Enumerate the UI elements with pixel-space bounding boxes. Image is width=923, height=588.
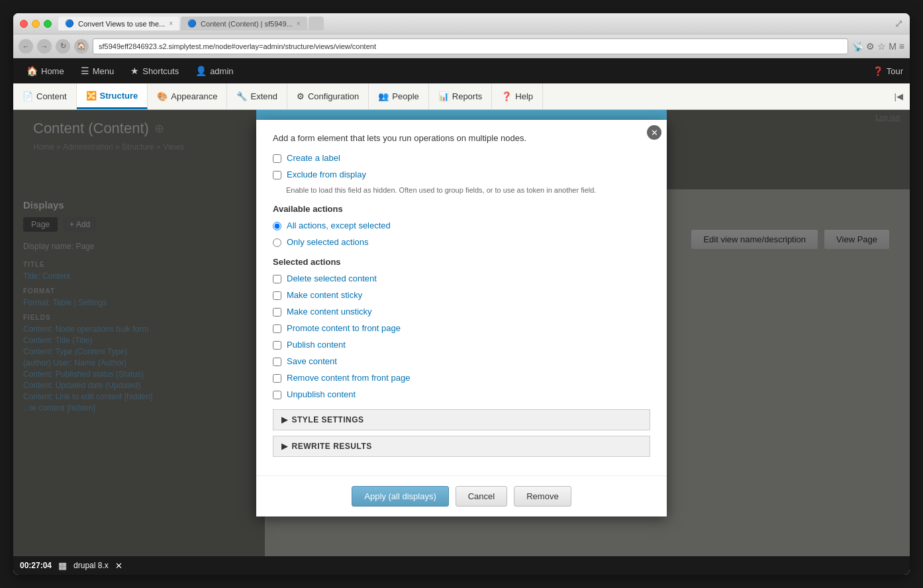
browser-tab-1[interactable]: 🔵 Convert Views to use the... × xyxy=(58,17,179,30)
nav-help-label: Help xyxy=(515,91,533,101)
menu-icon: ☰ xyxy=(81,66,89,76)
admin-user-item[interactable]: 👤 admin xyxy=(189,62,240,79)
admin-home-item[interactable]: 🏠 Home xyxy=(20,62,71,79)
create-label-checkbox[interactable] xyxy=(273,154,281,163)
admin-shortcuts-item[interactable]: ★ Shortcuts xyxy=(124,62,185,79)
exclude-display-checkbox[interactable] xyxy=(273,171,281,179)
publish-row: Publish content xyxy=(273,340,650,350)
modal-footer: Apply (all displays) Cancel Remove xyxy=(256,475,667,516)
star-icon: ★ xyxy=(130,66,139,76)
browser-tab-2[interactable]: 🔵 Content (Content) | sf5949... × xyxy=(181,17,307,30)
only-selected-label[interactable]: Only selected actions xyxy=(287,237,369,247)
available-actions-title: Available actions xyxy=(273,204,650,214)
nav-configuration[interactable]: ⚙ Configuration xyxy=(287,83,369,109)
save-content-label[interactable]: Save content xyxy=(287,356,337,366)
nav-extend-label: Extend xyxy=(250,91,277,101)
tab-close-1[interactable]: × xyxy=(169,20,173,27)
promote-content-checkbox[interactable] xyxy=(273,324,281,333)
star-icon[interactable]: ☆ xyxy=(877,41,886,52)
modal-overlay: ✕ Add a form element that lets you run o… xyxy=(13,110,910,556)
style-settings-header[interactable]: ▶ STYLE SETTINGS xyxy=(273,410,650,430)
status-close-icon[interactable]: ✕ xyxy=(115,561,122,571)
status-bar: 00:27:04 ▦ drupal 8.x ✕ xyxy=(13,556,910,575)
tab-label-2: Content (Content) | sf5949... xyxy=(201,20,293,28)
delete-content-checkbox[interactable] xyxy=(273,275,281,283)
make-sticky-label[interactable]: Make content sticky xyxy=(287,290,362,300)
modal-close-button[interactable]: ✕ xyxy=(647,125,661,140)
rss-icon[interactable]: 📡 xyxy=(852,41,863,52)
nav-appearance[interactable]: 🎨 Appearance xyxy=(148,83,227,109)
minimize-window-btn[interactable] xyxy=(32,20,40,28)
rewrite-results-header[interactable]: ▶ REWRITE RESULTS xyxy=(273,436,650,456)
promote-row: Promote content to front page xyxy=(273,323,650,333)
home-button[interactable]: 🏠 xyxy=(74,39,89,54)
close-window-btn[interactable] xyxy=(20,20,28,28)
make-unsticky-checkbox[interactable] xyxy=(273,308,281,317)
sticky-row: Make content sticky xyxy=(273,290,650,300)
make-unsticky-label[interactable]: Make content unsticky xyxy=(287,307,372,317)
modal-dialog: ✕ Add a form element that lets you run o… xyxy=(256,120,667,516)
create-label-label[interactable]: Create a label xyxy=(287,153,340,163)
back-button[interactable]: ← xyxy=(19,39,33,54)
home-icon: 🏠 xyxy=(26,66,38,76)
gmail-icon[interactable]: M xyxy=(889,41,897,52)
unpublish-content-label[interactable]: Unpublish content xyxy=(287,389,356,399)
unpublish-content-checkbox[interactable] xyxy=(273,391,281,399)
apply-button[interactable]: Apply (all displays) xyxy=(352,486,448,507)
config-nav-icon: ⚙ xyxy=(297,91,305,101)
save-row: Save content xyxy=(273,356,650,366)
extend-nav-icon: 🔧 xyxy=(236,91,247,101)
exclude-display-help: Enable to load this field as hidden. Oft… xyxy=(286,186,650,194)
only-selected-radio[interactable] xyxy=(273,238,281,247)
appearance-nav-icon: 🎨 xyxy=(157,91,168,101)
address-bar[interactable]: sf5949eff2846923.s2.simplytest.me/node#o… xyxy=(93,38,848,54)
tour-label[interactable]: Tour xyxy=(887,66,903,76)
admin-menu-item[interactable]: ☰ Menu xyxy=(74,62,121,79)
maximize-window-btn[interactable] xyxy=(44,20,52,28)
extensions-icon[interactable]: ⚙ xyxy=(866,41,875,52)
tab-close-2[interactable]: × xyxy=(297,20,301,27)
rewrite-results-section: ▶ REWRITE RESULTS xyxy=(273,436,650,457)
nav-help[interactable]: ❓ Help xyxy=(492,83,543,109)
all-actions-radio[interactable] xyxy=(273,222,281,230)
nav-structure[interactable]: 🔀 Structure xyxy=(77,83,148,109)
structure-nav-icon: 🔀 xyxy=(86,91,97,101)
unsticky-row: Make content unsticky xyxy=(273,307,650,317)
remove-front-row: Remove content from front page xyxy=(273,373,650,383)
refresh-button[interactable]: ↻ xyxy=(56,39,70,54)
promote-content-label[interactable]: Promote content to front page xyxy=(287,323,401,333)
nav-content[interactable]: 📄 Content xyxy=(13,83,77,109)
nav-right: |◀ xyxy=(895,83,910,109)
cancel-button[interactable]: Cancel xyxy=(456,486,507,507)
delete-content-label[interactable]: Delete selected content xyxy=(287,273,377,283)
publish-content-checkbox[interactable] xyxy=(273,341,281,350)
modal-header-strip xyxy=(256,110,667,120)
reports-nav-icon: 📊 xyxy=(438,91,449,101)
nav-people[interactable]: 👥 People xyxy=(369,83,428,109)
remove-button[interactable]: Remove xyxy=(514,486,571,507)
nav-people-label: People xyxy=(392,91,418,101)
people-nav-icon: 👥 xyxy=(378,91,389,101)
nav-reports[interactable]: 📊 Reports xyxy=(429,83,493,109)
save-content-checkbox[interactable] xyxy=(273,358,281,366)
remove-front-checkbox[interactable] xyxy=(273,374,281,383)
exclude-display-label[interactable]: Exclude from display xyxy=(287,170,366,179)
remove-front-label[interactable]: Remove content from front page xyxy=(287,373,410,383)
unpublish-row: Unpublish content xyxy=(273,389,650,399)
traffic-lights xyxy=(20,20,52,28)
address-text: sf5949eff2846923.s2.simplytest.me/node#o… xyxy=(99,42,376,50)
expand-icon[interactable]: ⤢ xyxy=(895,17,903,30)
admin-home-label: Home xyxy=(41,66,64,76)
drupal-admin-bar: 🏠 Home ☰ Menu ★ Shortcuts 👤 admin ❓ Tour xyxy=(13,58,910,83)
nav-pipe-icon: |◀ xyxy=(895,91,903,101)
nav-extend[interactable]: 🔧 Extend xyxy=(227,83,287,109)
browser-tab-3[interactable] xyxy=(309,17,324,30)
tab-label-1: Convert Views to use the... xyxy=(78,20,165,28)
forward-button[interactable]: → xyxy=(37,39,52,54)
tab-favicon-2: 🔵 xyxy=(187,19,197,28)
more-icon[interactable]: ≡ xyxy=(899,41,904,52)
make-sticky-checkbox[interactable] xyxy=(273,291,281,300)
publish-content-label[interactable]: Publish content xyxy=(287,340,346,350)
drupal-nav: 📄 Content 🔀 Structure 🎨 Appearance 🔧 Ext… xyxy=(13,83,910,110)
all-actions-label[interactable]: All actions, except selected xyxy=(287,220,391,230)
